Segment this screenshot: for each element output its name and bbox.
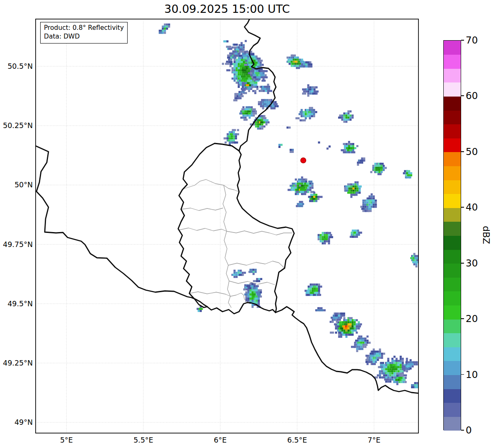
radar-pixel xyxy=(236,272,238,274)
radar-pixel xyxy=(383,165,385,167)
radar-pixel xyxy=(305,63,307,65)
radar-pixel xyxy=(249,293,251,295)
radar-pixel xyxy=(257,126,259,128)
radar-pixel xyxy=(414,255,418,257)
radar-pixel xyxy=(379,169,381,171)
radar-pixel xyxy=(371,196,373,198)
colorbar-tick xyxy=(461,263,464,264)
radar-pixel xyxy=(341,119,343,121)
radar-pixel xyxy=(409,177,411,179)
radar-pixel xyxy=(266,121,268,124)
radar-pixel xyxy=(295,179,297,181)
radar-pixel xyxy=(308,286,310,288)
radar-pixel xyxy=(375,361,377,363)
radar-pixel xyxy=(250,74,252,76)
radar-pixel xyxy=(373,349,375,351)
radar-pixel xyxy=(383,167,385,169)
radar-pixel xyxy=(416,363,418,366)
radar-pixel xyxy=(348,323,350,325)
radar-pixel xyxy=(242,48,244,51)
radar-pixel xyxy=(266,101,268,103)
radar-pixel xyxy=(335,325,337,327)
radar-pixel xyxy=(319,307,323,309)
radar-pixel xyxy=(387,366,389,368)
radar-pixel xyxy=(252,72,254,74)
radar-pixel xyxy=(355,190,357,192)
radar-pixel xyxy=(250,70,252,72)
radar-pixel xyxy=(396,368,398,370)
radar-pixel xyxy=(369,342,371,344)
radar-pixel xyxy=(245,82,247,84)
radar-pixel xyxy=(356,145,358,147)
radar-pixel xyxy=(356,319,358,321)
radar-pixel xyxy=(328,234,330,236)
radar-pixel xyxy=(265,74,267,76)
radar-pixel xyxy=(350,114,352,116)
radar-pixel xyxy=(312,185,314,187)
radar-pixel xyxy=(259,70,261,72)
radar-pixel xyxy=(247,82,249,84)
radar-pixel xyxy=(412,363,414,366)
radar-pixel xyxy=(389,372,392,374)
radar-pixel xyxy=(297,63,299,65)
radar-pixel xyxy=(404,370,406,372)
radar-pixel xyxy=(357,190,359,192)
radar-pixel xyxy=(359,188,361,190)
radar-pixel xyxy=(265,90,267,92)
radar-pixel xyxy=(348,110,350,112)
radar-pixel xyxy=(234,276,236,278)
radar-pixel xyxy=(389,362,392,364)
radar-pixel xyxy=(278,144,280,146)
radar-pixel xyxy=(229,141,231,143)
radar-pixel xyxy=(291,61,293,63)
radar-pixel xyxy=(225,141,227,143)
radar-pixel xyxy=(233,137,235,139)
radar-pixel xyxy=(343,317,346,319)
radar-pixel xyxy=(346,147,348,149)
radar-pixel xyxy=(365,202,367,204)
radar-pixel xyxy=(389,376,392,378)
radar-pixel xyxy=(367,206,369,208)
radar-pixel xyxy=(380,163,384,165)
radar-pixel xyxy=(268,90,272,92)
colorbar-tick xyxy=(461,430,464,431)
radar-pixel xyxy=(263,90,265,92)
radar-pixel xyxy=(398,366,400,368)
radar-pixel xyxy=(358,323,360,325)
radar-pixel xyxy=(299,185,301,187)
radar-pixel xyxy=(233,131,235,133)
radar-pixel xyxy=(242,73,244,75)
colorbar-segment xyxy=(444,277,461,291)
radar-pixel xyxy=(379,355,381,357)
radar-pixel xyxy=(396,383,399,385)
radar-pixel xyxy=(236,61,238,63)
radar-pixel xyxy=(238,67,240,69)
radar-pixel xyxy=(303,61,305,63)
radar-pixel xyxy=(402,360,404,362)
radar-pixel xyxy=(312,90,314,92)
radar-pixel xyxy=(260,62,262,64)
radar-pixel xyxy=(261,70,263,72)
radar-pixel xyxy=(258,62,260,64)
radar-pixel xyxy=(264,101,266,103)
radar-pixel xyxy=(363,342,365,344)
radar-pixel xyxy=(318,290,320,292)
radar-pixel xyxy=(264,115,266,117)
lat-tick-label: 49.5°N xyxy=(0,300,33,308)
radar-pixel xyxy=(305,179,307,181)
radar-pixel xyxy=(315,111,317,113)
radar-pixel xyxy=(314,292,316,294)
radar-pixel xyxy=(292,55,296,57)
radar-pixel xyxy=(308,181,312,183)
radar-pixel xyxy=(343,121,346,123)
radar-pixel xyxy=(318,238,320,240)
radar-pixel xyxy=(324,242,326,245)
radar-pixel xyxy=(406,368,408,370)
radar-pixel xyxy=(363,206,365,208)
radar-pixel xyxy=(244,116,247,119)
radar-pixel xyxy=(346,336,348,338)
radar-site-dot xyxy=(301,158,306,163)
radar-pixel xyxy=(367,340,369,342)
radar-pixel xyxy=(343,112,346,114)
radar-pixel xyxy=(313,196,315,198)
